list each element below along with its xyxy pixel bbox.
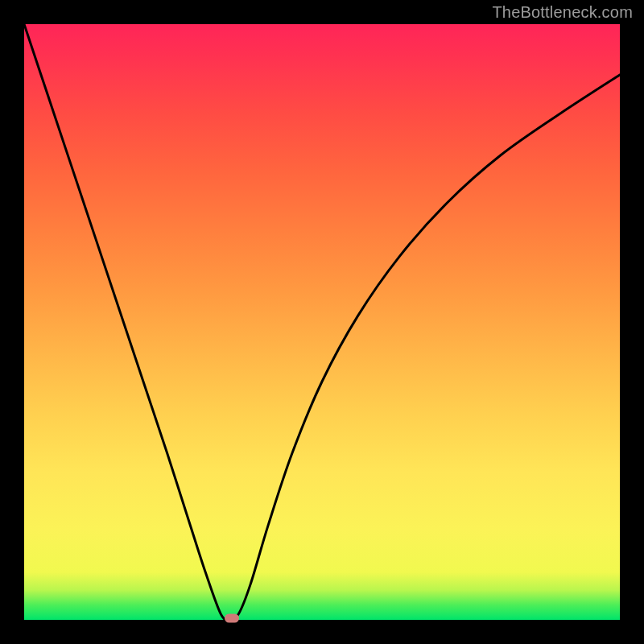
bottleneck-curve [24, 24, 620, 620]
optimal-marker [225, 613, 239, 622]
watermark-text: TheBottleneck.com [492, 3, 633, 22]
chart-area [24, 24, 620, 620]
curve-svg [24, 24, 620, 620]
